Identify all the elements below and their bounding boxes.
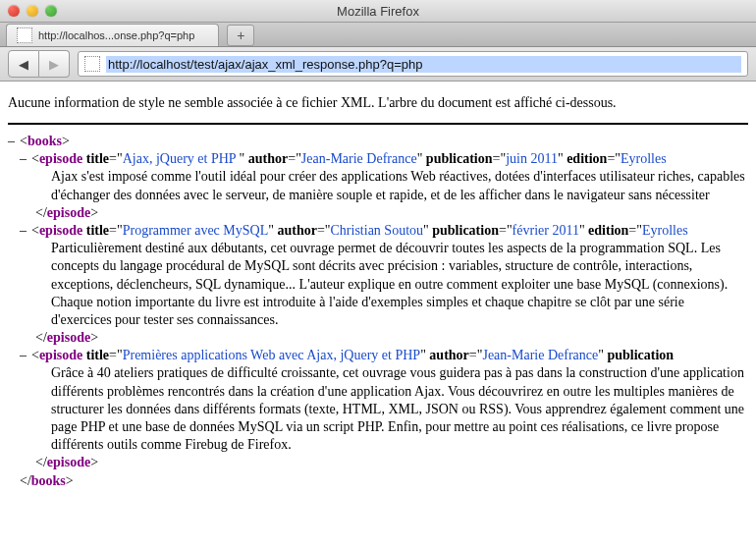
separator: [8, 123, 748, 125]
navigation-toolbar: ◀ ▶: [0, 47, 756, 82]
xml-episode-open: – <episode title="Programmer avec MySQL"…: [8, 222, 748, 240]
window-title: Mozilla Firefox: [337, 4, 419, 19]
page-content: Aucune information de style ne semble as…: [0, 82, 756, 490]
xml-episode-text: Grâce à 40 ateliers pratiques de difficu…: [8, 364, 748, 454]
url-bar[interactable]: [78, 51, 748, 77]
close-icon[interactable]: [8, 5, 20, 17]
tab-current[interactable]: http://localhos...onse.php?q=php: [6, 24, 219, 46]
nav-buttons: ◀ ▶: [8, 50, 70, 78]
favicon-icon: [17, 27, 32, 43]
back-arrow-icon: ◀: [19, 57, 28, 72]
window-controls: [0, 5, 57, 17]
url-favicon-icon: [84, 56, 100, 72]
plus-icon: +: [237, 28, 244, 42]
xml-tree: – <books> – <episode title="Ajax, jQuery…: [8, 133, 748, 490]
forward-arrow-icon: ▶: [49, 57, 59, 72]
url-input[interactable]: [106, 56, 741, 73]
xml-episode-close: </episode>: [8, 454, 748, 471]
xml-root-open: – <books>: [8, 133, 748, 150]
xml-episode-text: Ajax s'est imposé comme l'outil idéal po…: [8, 168, 748, 203]
zoom-icon[interactable]: [45, 5, 57, 17]
back-button[interactable]: ◀: [8, 50, 39, 78]
forward-button[interactable]: ▶: [39, 50, 70, 78]
xml-episode-open: – <episode title="Ajax, jQuery et PHP " …: [8, 150, 748, 168]
xml-episode-close: </episode>: [8, 329, 748, 347]
xml-episode-open: – <episode title="Premières applications…: [8, 347, 748, 364]
tab-bar: http://localhos...onse.php?q=php +: [0, 23, 756, 47]
xml-episode-close: </episode>: [8, 204, 748, 222]
titlebar: Mozilla Firefox: [0, 0, 756, 23]
xml-notice: Aucune information de style ne semble as…: [8, 95, 748, 123]
xml-episode-text: Particulièrement destiné aux débutants, …: [8, 240, 748, 329]
tab-label: http://localhos...onse.php?q=php: [38, 29, 194, 41]
minimize-icon[interactable]: [27, 5, 38, 17]
xml-root-close: </books>: [8, 472, 748, 490]
new-tab-button[interactable]: +: [227, 25, 254, 46]
